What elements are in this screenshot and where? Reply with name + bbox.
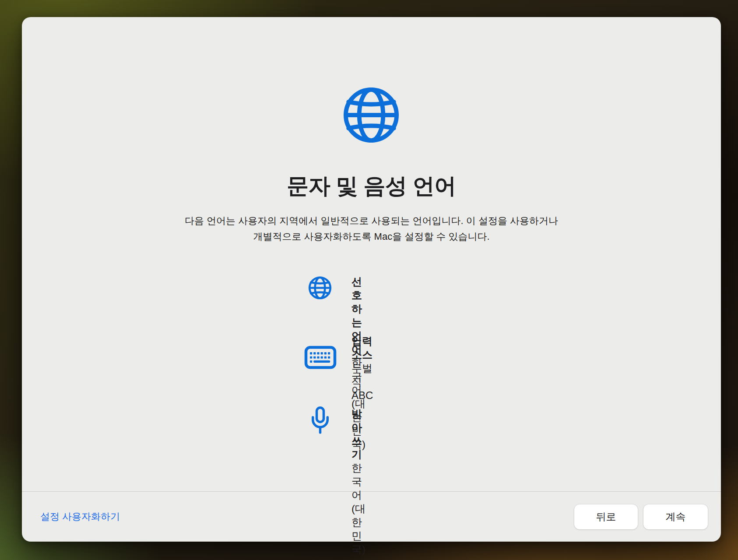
customize-settings-link[interactable]: 설정 사용자화하기 <box>40 511 120 523</box>
setup-assistant-window: 문자 및 음성 언어 다음 언어는 사용자의 지역에서 일반적으로 사용되는 언… <box>22 17 721 542</box>
footer-divider <box>22 491 721 492</box>
keyboard-icon <box>304 346 337 369</box>
globe-icon <box>307 275 333 301</box>
page-description-line2: 개별적으로 사용자화하도록 Mac을 설정할 수 있습니다. <box>22 229 721 245</box>
setting-label: 입력 소스 <box>351 334 373 361</box>
desktop-wallpaper: 문자 및 음성 언어 다음 언어는 사용자의 지역에서 일반적으로 사용되는 언… <box>0 0 738 560</box>
continue-button[interactable]: 계속 <box>643 504 708 529</box>
globe-icon <box>341 84 402 146</box>
setting-value: ABC <box>351 388 373 402</box>
page-description: 다음 언어는 사용자의 지역에서 일반적으로 사용되는 언어입니다. 이 설정을… <box>22 213 721 245</box>
page-description-line1: 다음 언어는 사용자의 지역에서 일반적으로 사용되는 언어입니다. 이 설정을… <box>22 213 721 229</box>
microphone-icon <box>310 406 330 436</box>
back-button[interactable]: 뒤로 <box>574 504 638 529</box>
setting-value: 두벌식 <box>351 361 373 388</box>
setting-label: 받아쓰기 <box>351 407 365 461</box>
setting-value: 한국어(대한민국) <box>351 461 365 556</box>
page-title: 문자 및 음성 언어 <box>22 173 721 199</box>
